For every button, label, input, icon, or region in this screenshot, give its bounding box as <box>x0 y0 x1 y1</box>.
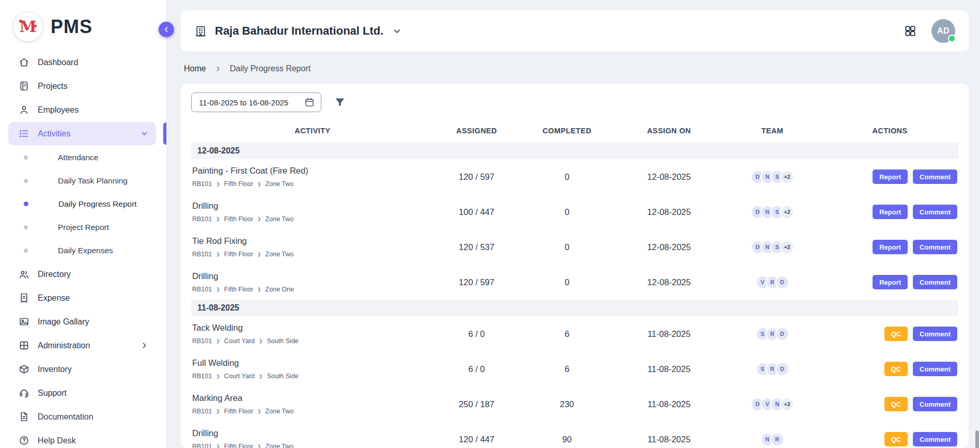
sidebar-item-expense[interactable]: Expense <box>8 286 156 310</box>
team-avatar[interactable]: D <box>775 362 789 376</box>
assign-on-value: 11-08-2025 <box>615 364 723 374</box>
qc-button[interactable]: QC <box>884 327 908 341</box>
location-segment: RB101 <box>192 337 212 345</box>
user-avatar[interactable]: AD <box>931 19 955 43</box>
bullet-icon <box>24 202 28 206</box>
team-cell: NR <box>723 432 821 446</box>
location-segment: Zone Two <box>266 443 294 448</box>
comment-button[interactable]: Comment <box>913 240 957 254</box>
report-button[interactable]: Report <box>873 240 908 254</box>
chevron-right-icon <box>214 65 222 72</box>
sidebar-subitem-daily-task-planning[interactable]: Daily Task Planning <box>0 169 166 192</box>
activity-title: Painting - First Coat (Fire Red) <box>192 166 434 176</box>
comment-button[interactable]: Comment <box>913 275 957 289</box>
completed-value: 6 <box>519 364 615 374</box>
table-row: Full WeldingRB101❯Court Yard❯South Side6… <box>191 351 958 387</box>
bullet-icon <box>24 225 28 229</box>
sidebar-item-employees[interactable]: Employees <box>8 98 156 121</box>
report-button[interactable]: Report <box>873 275 908 289</box>
assign-on-value: 11-08-2025 <box>615 435 723 444</box>
filter-button[interactable] <box>334 96 346 109</box>
team-cell: VRD <box>723 275 821 289</box>
team-extra-count[interactable]: +2 <box>780 240 794 254</box>
team-extra-count[interactable]: +2 <box>780 205 794 219</box>
assigned-value: 250 / 187 <box>434 399 519 409</box>
activity-cell: Tack WeldingRB101❯Court Yard❯South Side <box>191 323 434 345</box>
sidebar-item-support[interactable]: Support <box>8 381 156 405</box>
actions-cell: QCComment <box>821 397 958 411</box>
table-row: Marking AreaRB101❯Fifth Floor❯Zone Two25… <box>191 387 958 422</box>
location-segment: RB101 <box>192 443 212 448</box>
qc-button[interactable]: QC <box>884 362 908 376</box>
app-title: PMS <box>51 16 92 38</box>
sidebar-item-activities[interactable]: Activities <box>8 122 156 145</box>
comment-button[interactable]: Comment <box>913 169 957 184</box>
projects-icon <box>19 81 29 91</box>
activity-location: RB101❯Court Yard❯South Side <box>192 373 434 380</box>
team-extra-count[interactable]: +2 <box>780 397 794 411</box>
chevron-right-icon: ❯ <box>259 374 263 379</box>
location-segment: RB101 <box>192 286 212 293</box>
breadcrumb-home[interactable]: Home <box>184 64 206 73</box>
avatar-initials: AD <box>937 26 950 36</box>
team-avatar[interactable]: R <box>770 432 784 446</box>
location-segment: RB101 <box>192 215 212 223</box>
sidebar-item-dashboard[interactable]: Dashboard <box>8 51 156 74</box>
scrollbar[interactable] <box>975 430 979 448</box>
sidebar-item-image-gallary[interactable]: Image Gallary <box>8 310 156 333</box>
sidebar-subitem-daily-expenses[interactable]: Daily Expenses <box>0 239 166 262</box>
chevron-left-icon <box>162 25 170 34</box>
qc-button[interactable]: QC <box>884 397 908 411</box>
sidebar-item-label: Help Desk <box>38 436 76 445</box>
sidebar-item-directory[interactable]: Directory <box>8 262 156 286</box>
company-selector[interactable]: Raja Bahadur International Ltd. <box>194 24 402 38</box>
team-extra-count[interactable]: +2 <box>780 170 794 184</box>
team-avatar[interactable]: D <box>775 327 789 341</box>
activity-location: RB101❯Fifth Floor❯Zone One <box>192 286 434 293</box>
sidebar-item-label: Employees <box>38 105 79 115</box>
location-segment: Zone Two <box>266 408 294 415</box>
sidebar-subitem-label: Daily Expenses <box>58 246 113 255</box>
actions-cell: ReportComment <box>821 275 958 289</box>
chevron-right-icon: ❯ <box>216 287 220 292</box>
date-group-header: 11-08-2025 <box>191 300 958 316</box>
sidebar-collapse-button[interactable] <box>159 22 174 37</box>
report-button[interactable]: Report <box>873 205 908 219</box>
table-row: Painting - First Coat (Fire Red)RB101❯Fi… <box>191 159 958 194</box>
sidebar-item-documentation[interactable]: Documentation <box>8 405 156 428</box>
comment-button[interactable]: Comment <box>913 397 957 411</box>
comment-button[interactable]: Comment <box>913 432 957 446</box>
bullet-icon <box>24 179 28 183</box>
chevron-right-icon: ❯ <box>257 444 261 448</box>
location-segment: Fifth Floor <box>224 408 253 415</box>
sidebar-subitem-daily-progress-report[interactable]: Daily Progress Report <box>0 192 166 215</box>
sidebar-subitem-project-report[interactable]: Project Report <box>0 215 166 239</box>
calendar-icon <box>304 97 315 107</box>
report-button[interactable]: Report <box>873 169 908 184</box>
comment-button[interactable]: Comment <box>913 327 957 341</box>
sidebar-item-inventory[interactable]: Inventory <box>8 358 156 381</box>
sidebar-item-help-desk[interactable]: Help Desk <box>8 429 156 448</box>
actions-cell: QCComment <box>821 327 958 341</box>
assigned-value: 100 / 447 <box>434 207 519 217</box>
chevron-down-icon <box>392 26 402 36</box>
sidebar-item-projects[interactable]: Projects <box>8 74 156 98</box>
sidebar-item-label: Image Gallary <box>38 317 89 327</box>
sidebar-item-administration[interactable]: Administration <box>8 334 156 357</box>
sidebar-subitem-attendance[interactable]: Attendance <box>0 146 166 169</box>
assign-on-value: 11-08-2025 <box>615 329 723 339</box>
location-segment: Zone Two <box>266 215 294 223</box>
app-logo[interactable]: M PMS <box>0 0 166 50</box>
location-segment: Court Yard <box>224 373 255 380</box>
team-avatar[interactable]: D <box>775 275 789 289</box>
table-body: 12-08-2025Painting - First Coat (Fire Re… <box>191 143 958 448</box>
comment-button[interactable]: Comment <box>913 362 957 376</box>
qc-button[interactable]: QC <box>884 432 908 446</box>
comment-button[interactable]: Comment <box>913 205 957 219</box>
date-range-input[interactable]: 11-08-2025 to 16-08-2025 <box>191 92 321 112</box>
apps-grid-button[interactable] <box>904 24 917 38</box>
sidebar-item-label: Expense <box>38 293 70 303</box>
location-segment: RB101 <box>192 180 212 188</box>
sidebar-subitem-label: Daily Progress Report <box>58 199 137 209</box>
activity-title: Marking Area <box>192 393 434 403</box>
